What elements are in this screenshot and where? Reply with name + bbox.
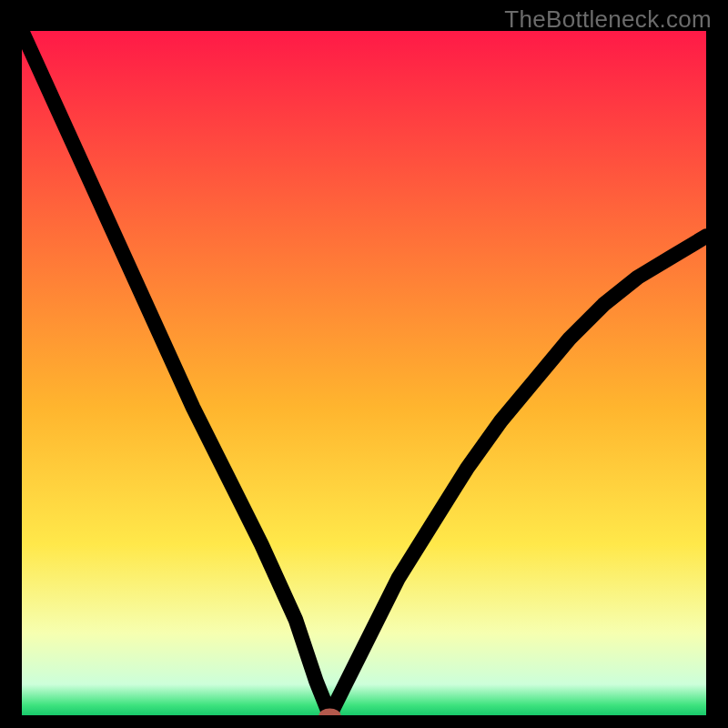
chart-frame: TheBottleneck.com <box>0 0 728 728</box>
chart-svg <box>22 31 706 715</box>
plot-area <box>22 31 706 715</box>
heatmap-background <box>22 31 706 715</box>
watermark-label: TheBottleneck.com <box>504 5 712 34</box>
